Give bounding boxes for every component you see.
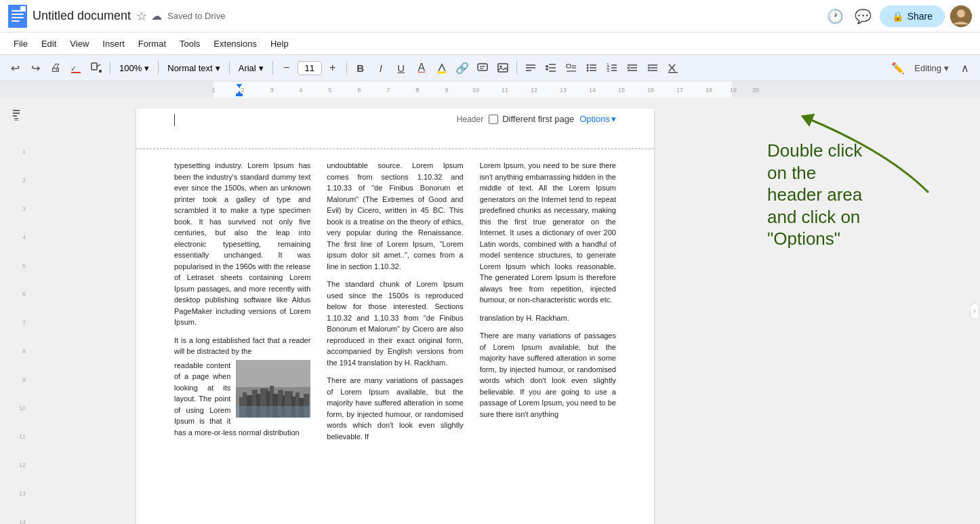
header-toolbar: Header Different first page Options ▾ (457, 114, 616, 124)
svg-text:11: 11 (502, 87, 508, 94)
svg-text:2: 2 (241, 87, 244, 94)
share-button[interactable]: 🔒 Share (880, 5, 945, 27)
svg-text:12: 12 (531, 87, 537, 94)
menu-tools[interactable]: Tools (174, 36, 205, 52)
font-value: Arial (239, 63, 256, 73)
ruler: 1 2 3 4 5 6 7 8 9 10 11 12 13 14 15 16 1… (0, 81, 980, 98)
toolbar-separator-2 (158, 61, 159, 75)
expand-button[interactable]: › (970, 303, 979, 319)
increase-font-button[interactable]: + (323, 58, 342, 77)
zoom-dropdown[interactable]: 100% ▾ (115, 61, 154, 75)
font-dropdown[interactable]: Arial ▾ (234, 61, 268, 75)
style-value: Normal text (167, 63, 212, 73)
redo-button[interactable]: ↪ (26, 58, 45, 77)
spellcheck-button[interactable]: ✓ (66, 58, 85, 77)
document-image (236, 360, 310, 418)
right-edge-handle: › (969, 98, 980, 524)
indent-increase-button[interactable] (643, 58, 662, 77)
zoom-value: 100% (119, 63, 142, 73)
chat-icon[interactable]: 💬 (852, 5, 874, 27)
decrease-font-button[interactable]: − (277, 58, 296, 77)
align-button[interactable] (521, 58, 540, 77)
svg-rect-1 (12, 10, 24, 12)
menu-view[interactable]: View (64, 36, 94, 52)
print-button[interactable]: 🖨 (46, 58, 65, 77)
undo-button[interactable]: ↩ (5, 58, 24, 77)
svg-text:19: 19 (730, 87, 737, 94)
svg-text:3: 3 (270, 87, 273, 94)
saved-status: Saved to Drive (167, 11, 225, 21)
insert-image-button[interactable] (493, 58, 512, 77)
svg-rect-0 (8, 5, 27, 28)
svg-text:6: 6 (357, 87, 361, 94)
bold-button[interactable]: B (351, 58, 370, 77)
toolbar-separator-4 (272, 61, 273, 75)
toolbar-separator-5 (346, 61, 347, 75)
editing-chevron: ▾ (944, 63, 949, 73)
collapse-toolbar-button[interactable]: ∧ (956, 58, 975, 77)
zoom-chevron: ▾ (144, 63, 149, 73)
menu-help[interactable]: Help (265, 36, 294, 52)
svg-text:4: 4 (299, 87, 302, 94)
highlight-button[interactable] (432, 58, 451, 77)
editing-mode-dropdown[interactable]: Editing ▾ (909, 60, 954, 76)
bullet-list-button[interactable] (582, 58, 601, 77)
column-2: undoubtable source. Lorem Ipsum comes fr… (327, 160, 463, 524)
menubar: File Edit View Insert Format Tools Exten… (0, 33, 980, 54)
svg-rect-8 (91, 63, 97, 70)
svg-text:18: 18 (706, 87, 712, 94)
checklist-button[interactable] (562, 58, 581, 77)
avatar[interactable] (950, 5, 972, 27)
menu-edit[interactable]: Edit (36, 36, 62, 52)
font-size-field[interactable]: 11 (298, 61, 322, 75)
col3-para2: translation by H. Rackham. (480, 313, 616, 324)
numbered-list-button[interactable]: 1.2.3. (603, 58, 621, 77)
svg-text:9: 9 (445, 87, 448, 94)
svg-rect-2 (12, 14, 24, 15)
col2-para1: undoubtable source. Lorem Ipsum comes fr… (327, 160, 463, 272)
svg-point-6 (957, 9, 965, 18)
style-dropdown[interactable]: Normal text ▾ (163, 61, 224, 75)
style-chevron: ▾ (216, 63, 220, 73)
toolbar: ↩ ↪ 🖨 ✓ 100% ▾ Normal text ▾ Arial ▾ − 1… (0, 54, 980, 81)
svg-text:1: 1 (211, 87, 215, 94)
menu-format[interactable]: Format (133, 36, 171, 52)
underline-button[interactable]: U (392, 58, 411, 77)
cloud-save-icon[interactable]: ☁ (151, 9, 162, 22)
options-chevron: ▾ (611, 114, 616, 124)
share-label: Share (907, 11, 933, 22)
options-button[interactable]: Options ▾ (579, 114, 616, 124)
svg-rect-70 (236, 94, 243, 96)
different-first-page-checkbox[interactable] (489, 115, 498, 124)
italic-button[interactable]: I (371, 58, 390, 77)
header-zone[interactable]: Header Different first page Options ▾ (136, 108, 654, 149)
menu-file[interactable]: File (8, 36, 33, 52)
document-title[interactable]: Untitled document (33, 9, 131, 23)
lock-icon: 🔒 (892, 11, 903, 22)
different-first-page-option[interactable]: Different first page (489, 114, 574, 124)
svg-text:3.: 3. (607, 68, 611, 73)
paint-format-button[interactable] (87, 58, 106, 77)
col2-para3: There are many variations of passages of… (327, 375, 463, 442)
text-color-button[interactable]: A (412, 58, 431, 77)
outline-icon[interactable] (12, 108, 26, 124)
bookmark-star-icon[interactable]: ☆ (136, 9, 147, 24)
link-button[interactable]: 🔗 (453, 58, 472, 77)
svg-text:15: 15 (618, 87, 625, 94)
menu-insert[interactable]: Insert (97, 36, 130, 52)
comment-button[interactable] (473, 58, 492, 77)
indent-decrease-button[interactable] (623, 58, 642, 77)
svg-rect-11 (478, 64, 487, 70)
document-page: Header Different first page Options ▾ ty… (136, 108, 654, 524)
editing-mode-label: Editing (914, 63, 941, 73)
menu-extensions[interactable]: Extensions (208, 36, 262, 52)
font-chevron: ▾ (259, 63, 264, 73)
line-spacing-button[interactable] (542, 58, 560, 77)
history-icon[interactable]: 🕐 (824, 5, 846, 27)
svg-text:20: 20 (752, 87, 759, 94)
toolbar-separator-3 (229, 61, 230, 75)
col1-para2: It is a long established fact that a rea… (174, 335, 310, 357)
svg-point-15 (499, 66, 502, 68)
clear-formatting-button[interactable] (663, 58, 682, 77)
column-3: Lorem Ipsum, you need to be sure there i… (480, 160, 616, 524)
